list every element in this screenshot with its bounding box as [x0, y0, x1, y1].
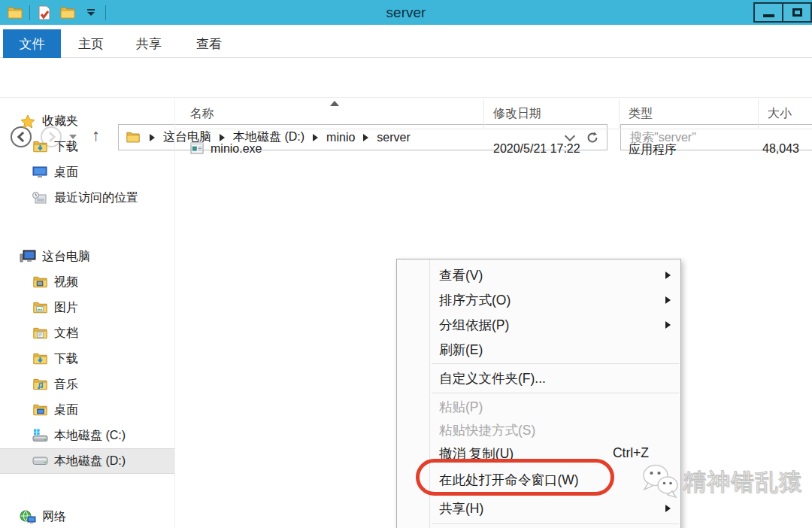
sidebar-item-disk-d[interactable]: 本地磁盘 (D:): [0, 448, 174, 474]
music-folder-icon: [32, 378, 48, 391]
file-row-minio-exe[interactable]: minio.exe 2020/5/21 17:22 应用程序 48,043: [175, 138, 812, 161]
videos-folder-icon: [32, 275, 48, 289]
network-icon: [20, 510, 36, 523]
sidebar-item-label: 下载: [54, 351, 78, 367]
column-divider: [619, 99, 620, 128]
sidebar-item-label: 下载: [54, 139, 78, 155]
sidebar-item-label: 视频: [54, 275, 78, 290]
wechat-icon: [639, 463, 681, 502]
minimize-icon: [763, 14, 774, 17]
sidebar-item-label: 图片: [54, 300, 78, 316]
sidebar-item-label: 本地磁盘 (D:): [54, 454, 126, 469]
desktop-icon: [32, 165, 48, 179]
disk-icon: [32, 454, 48, 468]
menu-item-paste: 粘贴(P): [397, 395, 680, 418]
sidebar-item-desktop-fav[interactable]: 桌面: [0, 159, 174, 185]
sidebar-item-label: 本地磁盘 (C:): [54, 428, 126, 444]
minimize-button[interactable]: [753, 2, 783, 23]
tab-home[interactable]: 主页: [70, 29, 112, 58]
menu-item-group-by[interactable]: 分组依据(P): [397, 312, 680, 337]
sidebar-section-label: 这台电脑: [42, 249, 90, 265]
computer-icon: [20, 250, 36, 263]
column-header-size[interactable]: 大小: [768, 106, 792, 122]
watermark: 精神错乱猿: [639, 463, 803, 502]
menu-item-share[interactable]: 共享(H): [397, 495, 680, 522]
menu-item-sort-by[interactable]: 排序方式(O): [397, 287, 680, 312]
sort-ascending-icon: [330, 101, 339, 106]
menu-item-paste-shortcut: 粘贴快捷方式(S): [397, 418, 680, 442]
menu-item-refresh[interactable]: 刷新(E): [397, 337, 680, 362]
maximize-button[interactable]: [782, 2, 812, 23]
sidebar-item-disk-c[interactable]: 本地磁盘 (C:): [0, 423, 174, 448]
sidebar-item-label: 最近访问的位置: [54, 190, 138, 206]
sidebar-item-desktop[interactable]: 桌面: [0, 397, 174, 423]
download-folder-icon: [32, 352, 48, 366]
file-type: 应用程序: [629, 142, 677, 158]
sidebar-section-favorites[interactable]: 收藏夹: [0, 108, 174, 134]
submenu-arrow-icon: [665, 321, 671, 329]
tab-file[interactable]: 文件: [3, 29, 61, 58]
file-size: 48,043: [701, 142, 799, 156]
sidebar-item-label: 桌面: [54, 402, 78, 418]
pictures-folder-icon: [32, 301, 48, 314]
sidebar-section-network[interactable]: 网络: [0, 504, 174, 528]
menu-separator: [432, 523, 679, 524]
download-folder-icon: [32, 140, 48, 153]
annotation-red-oval: [416, 459, 614, 496]
menu-item-customize-folder[interactable]: 自定义文件夹(F)...: [397, 366, 680, 391]
sidebar-item-music[interactable]: 音乐: [0, 372, 174, 397]
star-icon: [20, 114, 36, 128]
sidebar-section-this-pc[interactable]: 这台电脑: [0, 244, 174, 269]
column-divider: [758, 99, 759, 128]
column-divider: [483, 99, 484, 128]
os-disk-icon: [32, 429, 48, 442]
application-file-icon: [190, 142, 204, 157]
sidebar-item-documents[interactable]: 文档: [0, 320, 174, 346]
sidebar-item-label: 音乐: [54, 377, 78, 393]
submenu-arrow-icon: [665, 296, 671, 304]
navigation-bar: ↑ 这台电脑 本地磁盘 (D:) minio server: [0, 58, 812, 98]
tab-share[interactable]: 共享: [128, 29, 170, 58]
sidebar-item-recent-places[interactable]: 最近访问的位置: [0, 185, 174, 211]
submenu-arrow-icon: [665, 505, 671, 512]
sidebar-section-label: 网络: [42, 509, 66, 525]
sidebar-item-pictures[interactable]: 图片: [0, 295, 174, 320]
ribbon-tab-bar: 文件 主页 共享 查看: [0, 25, 812, 58]
desktop-folder-icon: [32, 403, 48, 417]
menu-separator: [432, 363, 679, 364]
sidebar-item-label: 文档: [54, 326, 78, 341]
column-header-row: 名称 修改日期 类型 大小: [175, 98, 812, 129]
file-name: minio.exe: [211, 142, 262, 156]
title-bar: server: [0, 0, 812, 25]
tab-view[interactable]: 查看: [188, 29, 230, 58]
recent-places-icon: [32, 191, 48, 205]
sidebar-item-downloads-fav[interactable]: 下载: [0, 134, 174, 159]
navigation-pane: 收藏夹 下载 桌面 最近访问的位置 这台电脑: [0, 98, 174, 528]
menu-item-view[interactable]: 查看(V): [397, 262, 680, 287]
documents-folder-icon: [32, 326, 48, 340]
submenu-arrow-icon: [665, 272, 671, 279]
menu-shortcut: Ctrl+Z: [613, 445, 649, 461]
column-header-type[interactable]: 类型: [629, 106, 653, 122]
maximize-icon: [792, 8, 802, 17]
column-header-name[interactable]: 名称: [190, 106, 214, 122]
sidebar-item-videos[interactable]: 视频: [0, 269, 174, 295]
file-modified-date: 2020/5/21 17:22: [493, 142, 580, 156]
watermark-text: 精神错乱猿: [683, 466, 803, 498]
column-header-modified[interactable]: 修改日期: [493, 106, 541, 122]
menu-separator: [432, 393, 679, 393]
sidebar-item-downloads[interactable]: 下载: [0, 346, 174, 372]
window-title: server: [0, 5, 812, 21]
sidebar-section-label: 收藏夹: [42, 114, 78, 129]
sidebar-item-label: 桌面: [54, 165, 78, 181]
